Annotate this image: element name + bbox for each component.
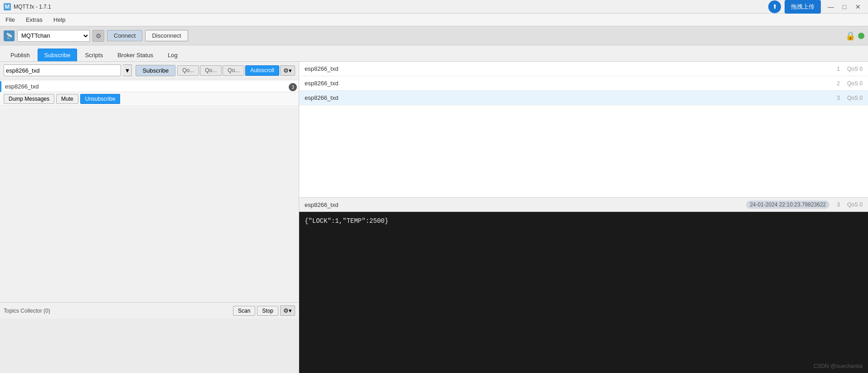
detail-header: esp8266_txd 24-01-2024 22:10:23.79823622…: [299, 198, 868, 212]
message-qos: QoS 0: [840, 80, 863, 87]
connect-button[interactable]: Connect: [107, 30, 142, 41]
tab-broker-status[interactable]: Broker Status: [111, 49, 160, 61]
topics-collector-label: Topics Collector (0): [4, 308, 231, 314]
profile-icon: 📡: [4, 30, 15, 41]
left-panel-empty: [0, 108, 299, 302]
detail-meta: 24-01-2024 22:10:23.79823622 3 QoS 0: [746, 201, 863, 209]
tab-bar: Publish Subscribe Scripts Broker Status …: [0, 45, 868, 62]
subscription-list: esp8266_txd 3 Dump Messages Mute Unsubsc…: [0, 79, 299, 108]
autoscroll-button[interactable]: Autoscroll: [245, 65, 279, 76]
collector-settings-button[interactable]: ⚙▾: [280, 305, 295, 316]
subscribe-settings-button[interactable]: ⚙▾: [280, 65, 295, 76]
mute-button[interactable]: Mute: [56, 94, 78, 104]
detail-qos: QoS 0: [847, 201, 863, 208]
dump-messages-button[interactable]: Dump Messages: [4, 94, 54, 104]
app-title: MQTT.fx - 1.7.1: [14, 4, 51, 10]
table-row[interactable]: esp8266_txd 1 QoS 0: [299, 62, 868, 76]
table-row[interactable]: esp8266_txd 3 QoS 0: [299, 91, 868, 105]
detail-content: {"LOCK":1,"TEMP":2500}: [299, 212, 868, 373]
message-detail: esp8266_txd 24-01-2024 22:10:23.79823622…: [299, 198, 868, 373]
topic-dropdown-arrow[interactable]: ▼: [123, 64, 132, 76]
topics-collector-bar: Topics Collector (0) Scan Stop ⚙▾: [0, 302, 299, 319]
message-number: 2: [826, 80, 840, 87]
stop-button[interactable]: Stop: [257, 306, 278, 316]
qos2-button[interactable]: Qo...: [223, 65, 244, 76]
tab-publish[interactable]: Publish: [4, 49, 37, 61]
disconnect-button[interactable]: Disconnect: [145, 30, 188, 41]
upload-icon[interactable]: ⬆: [768, 0, 781, 13]
app-icon: M: [4, 3, 11, 10]
table-row[interactable]: esp8266_txd 2 QoS 0: [299, 76, 868, 91]
subscription-actions: Dump Messages Mute Unsubscribe: [0, 92, 299, 106]
topics-collector-section: Topics Collector (0) Scan Stop ⚙▾: [0, 302, 299, 373]
menu-extras[interactable]: Extras: [24, 15, 44, 24]
upload-area: ⬆ 拖拽上传 — □ ✕: [768, 0, 864, 14]
subscribe-button[interactable]: Subscribe: [136, 65, 175, 76]
tab-subscribe[interactable]: Subscribe: [38, 49, 78, 61]
detail-topic: esp8266_txd: [305, 201, 338, 208]
message-qos: QoS 0: [840, 66, 863, 72]
message-list: esp8266_txd 1 QoS 0 esp8266_txd 2 QoS 0 …: [299, 62, 868, 198]
tab-scripts[interactable]: Scripts: [78, 49, 110, 61]
connection-status-dot: [858, 33, 864, 39]
subscribe-bar: ▼ Subscribe Qo... Qo... Qo... Autoscroll…: [0, 62, 299, 79]
main-content: ▼ Subscribe Qo... Qo... Qo... Autoscroll…: [0, 62, 868, 373]
message-topic: esp8266_txd: [305, 94, 826, 101]
topic-input[interactable]: [4, 64, 121, 76]
connection-select[interactable]: MQTTchan: [17, 30, 90, 42]
upload-button[interactable]: 拖拽上传: [785, 0, 821, 14]
right-panel: esp8266_txd 1 QoS 0 esp8266_txd 2 QoS 0 …: [299, 62, 868, 373]
detail-number: 3: [837, 201, 840, 208]
scan-button[interactable]: Scan: [233, 306, 255, 316]
message-number: 1: [826, 66, 840, 72]
menu-help[interactable]: Help: [52, 15, 68, 24]
left-panel: ▼ Subscribe Qo... Qo... Qo... Autoscroll…: [0, 62, 299, 373]
qos-buttons: Qo... Qo... Qo... Autoscroll ⚙▾: [177, 65, 295, 76]
subscription-topic: esp8266_txd: [5, 83, 295, 90]
titlebar-left: M MQTT.fx - 1.7.1: [4, 3, 51, 10]
maximize-button[interactable]: □: [838, 2, 851, 11]
close-button[interactable]: ✕: [852, 2, 864, 11]
menubar: File Extras Help: [0, 14, 868, 26]
detail-timestamp: 24-01-2024 22:10:23.79823622: [746, 201, 829, 209]
lock-icon: 🔒: [845, 31, 855, 41]
settings-button[interactable]: ⚙: [92, 30, 104, 42]
message-topic: esp8266_txd: [305, 65, 826, 72]
titlebar: M MQTT.fx - 1.7.1 ⬆ 拖拽上传 — □ ✕: [0, 0, 868, 14]
watermark: CSDN @xuechanba: [814, 363, 863, 369]
message-number: 3: [826, 95, 840, 101]
qos1-button[interactable]: Qo...: [200, 65, 222, 76]
detail-content-wrapper: {"LOCK":1,"TEMP":2500} CSDN @xuechanba: [299, 212, 868, 373]
window-controls: — □ ✕: [824, 2, 864, 11]
topics-collector-content: [0, 319, 299, 373]
subscription-badge: 3: [289, 83, 297, 91]
message-topic: esp8266_txd: [305, 80, 826, 87]
message-qos: QoS 0: [840, 95, 863, 101]
minimize-button[interactable]: —: [824, 2, 837, 11]
unsubscribe-button[interactable]: Unsubscribe: [80, 94, 121, 104]
subscription-item[interactable]: esp8266_txd 3: [0, 81, 299, 92]
menu-file[interactable]: File: [4, 15, 17, 24]
toolbar: 📡 MQTTchan ⚙ Connect Disconnect 🔒: [0, 26, 868, 45]
qos0-button[interactable]: Qo...: [177, 65, 199, 76]
tab-log[interactable]: Log: [161, 49, 184, 61]
